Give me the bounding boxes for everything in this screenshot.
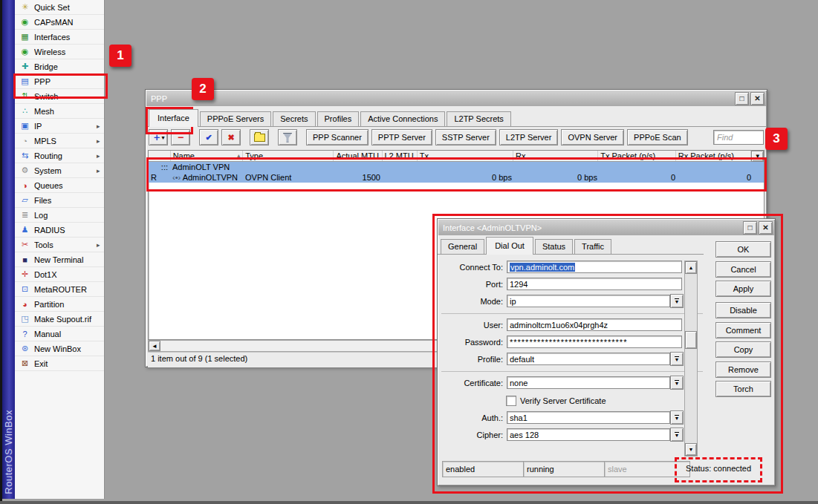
comment-button[interactable]: Comment	[715, 322, 771, 338]
sstp-server-button[interactable]: SSTP Server	[435, 129, 496, 145]
maximize-icon[interactable]: □	[743, 221, 757, 235]
tab-status[interactable]: Status	[535, 239, 573, 254]
sidebar-item-bridge[interactable]: ✚Bridge	[15, 59, 104, 74]
apply-button[interactable]: Apply	[715, 281, 771, 297]
user-field[interactable]: adminoltcm1uo6x04prgh4z	[507, 318, 682, 331]
find-input[interactable]: Find	[713, 130, 764, 145]
tab-dial-out[interactable]: Dial Out	[486, 237, 533, 255]
add-button[interactable]: ＋ ▾	[149, 129, 168, 145]
certificate-field[interactable]: none	[507, 376, 670, 389]
col-type[interactable]: Type	[243, 151, 334, 161]
cipher-dropdown-button[interactable]: ▼	[670, 428, 684, 442]
tab-interface[interactable]: Interface	[149, 109, 198, 127]
sidebar-item-ip[interactable]: ▣IP▸	[15, 119, 104, 134]
sidebar-item-quick-set[interactable]: ✳Quick Set	[15, 0, 104, 15]
scroll-down-icon[interactable]: ▼	[685, 443, 697, 456]
sidebar-item-log[interactable]: ≣Log	[15, 208, 104, 223]
password-field[interactable]: ******************************	[507, 336, 682, 348]
profile-dropdown-button[interactable]: ▼	[670, 352, 684, 366]
sidebar-item-make-supout-rif[interactable]: ◳Make Supout.rif	[15, 312, 104, 327]
sidebar-item-switch[interactable]: ⇅Switch	[15, 89, 104, 104]
mesh-icon: ∴	[19, 106, 30, 116]
tab-pppoe-servers[interactable]: PPPoE Servers	[200, 111, 271, 126]
profile-field[interactable]: default	[507, 353, 670, 365]
remove-button[interactable]: −	[171, 129, 190, 145]
cipher-field[interactable]: aes 128	[507, 428, 670, 441]
sidebar-item-dot1x[interactable]: ✛Dot1X	[15, 267, 104, 282]
sidebar-item-new-terminal[interactable]: ■New Terminal	[15, 252, 104, 267]
sidebar-item-manual[interactable]: ?Manual	[15, 327, 104, 341]
tab-general[interactable]: General	[441, 239, 484, 254]
l2tp-server-button[interactable]: L2TP Server	[499, 129, 559, 145]
pppoe-scan-button[interactable]: PPPoE Scan	[627, 129, 688, 145]
cancel-button[interactable]: Cancel	[715, 261, 771, 278]
filter-button[interactable]	[278, 129, 297, 145]
ovpn-server-button[interactable]: OVPN Server	[561, 129, 624, 145]
col-actual-mtu[interactable]: Actual MTU	[334, 151, 382, 161]
table-row-adminoltvpn[interactable]: R ‹•› AdminOLTVPN OVPN Client 1500 0 bps…	[149, 172, 764, 183]
minus-icon: −	[178, 131, 184, 143]
comment-button[interactable]	[250, 129, 269, 145]
column-select-button[interactable]: ▼	[751, 151, 764, 162]
sidebar-item-system[interactable]: ⚙System▸	[15, 163, 104, 178]
scroll-left-icon[interactable]: ◄	[149, 341, 160, 351]
ppp-scanner-button[interactable]: PPP Scanner	[306, 129, 369, 145]
ok-button[interactable]: OK	[715, 241, 771, 258]
torch-button[interactable]: Torch	[715, 381, 771, 397]
auth-field[interactable]: sha1	[507, 411, 670, 424]
ppp-window-titlebar[interactable]: PPP □ ✕	[146, 91, 766, 106]
sidebar-item-exit[interactable]: ⊠Exit	[15, 356, 104, 371]
tab-secrets[interactable]: Secrets	[273, 111, 315, 126]
col-rx-packet[interactable]: Rx Packet (p/s)	[676, 151, 752, 161]
table-row-comment[interactable]: ::: AdminOLT VPN	[149, 162, 764, 172]
tab-active-connections[interactable]: Active Connections	[360, 111, 445, 126]
sidebar-item-partition[interactable]: ◕Partition	[15, 297, 104, 312]
tab-traffic[interactable]: Traffic	[574, 239, 611, 254]
certificate-dropdown-button[interactable]: ▼	[670, 376, 684, 390]
maximize-icon[interactable]: □	[735, 92, 749, 105]
enable-button[interactable]: ✔	[199, 129, 218, 145]
sidebar-item-routing[interactable]: ⇆Routing▸	[15, 148, 104, 163]
main-menu-sidebar: ✳Quick Set◉CAPsMAN▦Interfaces◉Wireless✚B…	[15, 0, 105, 499]
tab-l2tp-secrets[interactable]: L2TP Secrets	[447, 111, 510, 126]
sidebar-item-tools[interactable]: ✂Tools▸	[15, 238, 104, 252]
sidebar-item-files[interactable]: ▱Files	[15, 193, 104, 208]
sidebar-item-label: CAPsMAN	[34, 18, 103, 27]
sidebar-item-new-winbox[interactable]: ⊛New WinBox	[15, 341, 104, 356]
plus-icon: ＋	[152, 131, 161, 144]
disable-button[interactable]: Disable	[715, 302, 771, 318]
col-rx[interactable]: Rx	[513, 151, 598, 161]
mode-dropdown-button[interactable]: ▼	[670, 294, 684, 308]
row-l2-mtu	[383, 172, 418, 183]
close-icon[interactable]: ✕	[759, 221, 773, 235]
disable-button[interactable]: ✖	[221, 129, 241, 145]
sidebar-item-wireless[interactable]: ◉Wireless	[15, 45, 104, 59]
sidebar-item-ppp[interactable]: ▤PPP	[15, 74, 104, 89]
copy-button[interactable]: Copy	[715, 341, 771, 358]
port-field[interactable]: 1294	[507, 278, 682, 290]
mode-field[interactable]: ip	[507, 295, 670, 307]
form-scrollbar[interactable]: ▲ ▼	[684, 261, 698, 456]
col-tx[interactable]: Tx	[418, 151, 513, 161]
auth-dropdown-button[interactable]: ▼	[670, 410, 684, 425]
sidebar-item-metarouter[interactable]: ⊡MetaROUTER	[15, 282, 104, 297]
remove-button[interactable]: Remove	[715, 361, 771, 378]
sidebar-item-queues[interactable]: ◑Queues	[15, 178, 104, 193]
sidebar-item-mpls[interactable]: ◔MPLS▸	[15, 134, 104, 148]
pptp-server-button[interactable]: PPTP Server	[371, 129, 432, 145]
col-selector[interactable]	[149, 151, 171, 161]
sidebar-item-radius[interactable]: ♟RADIUS	[15, 223, 104, 238]
sidebar-item-mesh[interactable]: ∴Mesh	[15, 104, 104, 119]
col-tx-packet[interactable]: Tx Packet (p/s)	[598, 151, 675, 161]
tab-profiles[interactable]: Profiles	[317, 111, 360, 126]
sidebar-item-capsman[interactable]: ◉CAPsMAN	[15, 15, 104, 30]
col-l2-mtu[interactable]: L2 MTU	[383, 151, 418, 161]
col-name[interactable]: Name ▴	[171, 151, 244, 161]
scroll-up-icon[interactable]: ▲	[685, 261, 697, 274]
dialog-titlebar[interactable]: Interface <AdminOLTVPN> □ ✕	[438, 220, 774, 235]
verify-server-certificate-checkbox[interactable]	[506, 396, 516, 406]
sidebar-item-interfaces[interactable]: ▦Interfaces	[15, 30, 104, 45]
connect-to-field[interactable]: vpn.adminolt.com	[507, 261, 682, 273]
scrollbar-thumb[interactable]	[685, 331, 697, 349]
close-icon[interactable]: ✕	[750, 92, 765, 105]
